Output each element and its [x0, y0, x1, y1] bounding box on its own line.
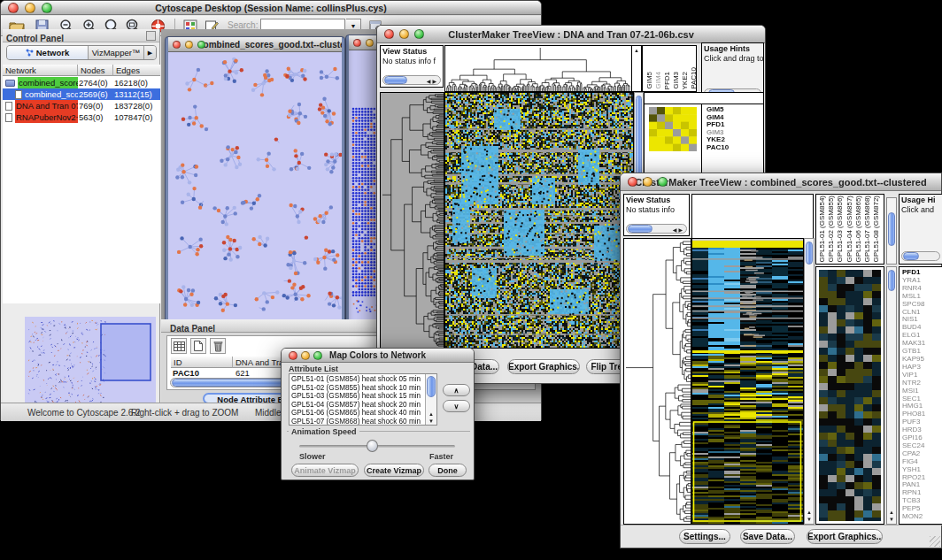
- create-vizmap-button[interactable]: Create Vizmap: [364, 464, 424, 477]
- usage-hints-scrollbar[interactable]: [901, 251, 940, 261]
- zoom-button[interactable]: [414, 29, 424, 39]
- minimize-button[interactable]: [643, 177, 652, 187]
- column-dendrogram-panel[interactable]: [444, 45, 632, 92]
- export-graphics-button[interactable]: Export Graphics...: [807, 529, 883, 544]
- zoom-heatmap-canvas[interactable]: [819, 270, 881, 521]
- column-label[interactable]: GPL51-02 (GSM855): [828, 196, 835, 263]
- column-labels-scrollbar[interactable]: [886, 197, 897, 265]
- close-button[interactable]: [8, 3, 19, 13]
- heatmap-panel[interactable]: [691, 238, 804, 525]
- move-up-button[interactable]: ∧: [443, 384, 470, 396]
- new-attribute-button[interactable]: [190, 338, 206, 354]
- tab-vizmapper[interactable]: VizMapper™: [89, 46, 143, 59]
- move-down-button[interactable]: ∨: [443, 400, 470, 412]
- row-dendrogram-canvas[interactable]: [381, 93, 444, 348]
- zoom-detail-panel[interactable]: [815, 266, 884, 525]
- speed-slider-thumb[interactable]: [367, 440, 378, 452]
- column-header-network[interactable]: Network: [3, 65, 78, 76]
- column-label[interactable]: GPL51-06 (GSM865): [855, 196, 862, 263]
- minimize-button[interactable]: [366, 39, 374, 47]
- attribute-list-scrollbar[interactable]: ▲ ▼: [425, 374, 436, 425]
- attribute-item[interactable]: GPL51-02 (GSM855) heat shock 10 min: [291, 384, 436, 393]
- column-label[interactable]: GPL51-08 (GSM872): [873, 196, 880, 263]
- delete-attribute-button[interactable]: [210, 338, 226, 354]
- close-button[interactable]: [628, 177, 637, 187]
- scroll-down-arrow[interactable]: ▼: [887, 517, 896, 522]
- save-data-button[interactable]: Save Data...: [740, 529, 795, 544]
- tab-network[interactable]: Network: [7, 46, 89, 59]
- column-label[interactable]: GPL51-03 (GSM856): [837, 196, 844, 263]
- scroll-down-arrow[interactable]: ▼: [426, 418, 436, 424]
- resize-grip[interactable]: [930, 536, 940, 547]
- network-canvas[interactable]: [168, 52, 342, 319]
- attribute-item[interactable]: GPL51-03 (GSM856) heat shock 15 min: [291, 392, 436, 401]
- row-dendrogram-panel[interactable]: [380, 92, 444, 349]
- column-label[interactable]: GPL51-07 (GSM868): [864, 196, 871, 263]
- treeview-dna-title: ClusterMaker TreeView : DNA and Tran 07-…: [448, 29, 694, 40]
- heatmap-panel[interactable]: [444, 92, 634, 349]
- network-row[interactable]: RNAPuberNov2+ 563(0) 107847(0): [3, 111, 160, 123]
- float-panel-icon[interactable]: [146, 31, 156, 41]
- minimize-button[interactable]: [301, 351, 310, 360]
- settings-button[interactable]: Settings...: [679, 529, 730, 544]
- scroll-down-arrow[interactable]: ▼: [805, 517, 814, 522]
- column-label[interactable]: GPL51-04 (GSM857): [846, 196, 853, 263]
- network-row[interactable]: combined_scores 2764(0) 16218(0): [3, 77, 160, 88]
- scroll-arrows[interactable]: ◀▶: [673, 226, 684, 233]
- column-header-nodes[interactable]: Nodes: [78, 65, 113, 76]
- scroll-up-arrow[interactable]: ▲: [887, 510, 896, 515]
- zoom-button[interactable]: [313, 351, 322, 360]
- column-header-edges[interactable]: Edges: [113, 65, 160, 76]
- heatmap-canvas[interactable]: [445, 93, 633, 348]
- treeview-combined-titlebar[interactable]: ClusterMaker TreeView : combined_scores_…: [621, 173, 941, 191]
- attribute-item[interactable]: GPL51-04 (GSM857) heat shock 20 min: [291, 401, 436, 410]
- column-labels-panel: GPL51-01 (GSM854)GPL51-02 (GSM855)GPL51-…: [815, 194, 884, 265]
- zoom-vertical-scrollbar[interactable]: ▲ ▼: [886, 266, 897, 525]
- network-edges: 107847(0): [114, 111, 160, 123]
- column-label[interactable]: GPL51-01 (GSM854): [819, 196, 826, 263]
- heatmap-vertical-scrollbar[interactable]: ▲ ▼: [804, 238, 815, 525]
- close-button[interactable]: [289, 351, 297, 360]
- zoom-button[interactable]: [658, 177, 668, 187]
- zoom-button[interactable]: [197, 41, 205, 49]
- dialog-titlebar[interactable]: Map Colors to Network: [282, 349, 474, 363]
- row-dendrogram-canvas[interactable]: [624, 239, 691, 524]
- correlation-matrix-canvas[interactable]: [649, 107, 697, 151]
- export-graphics-button[interactable]: Export Graphics...: [507, 359, 580, 374]
- scroll-up-arrow[interactable]: ▲: [632, 48, 641, 53]
- column-dendrogram-canvas[interactable]: [445, 46, 631, 91]
- attribute-item[interactable]: GPL51-01 (GSM854) heat shock 05 min: [291, 375, 436, 384]
- scroll-up-arrow[interactable]: ▲: [805, 510, 814, 515]
- gene-label[interactable]: PAC10: [706, 144, 729, 152]
- network-row-selected[interactable]: combined_sco 2569(6) 13112(15): [3, 88, 160, 100]
- minimize-button[interactable]: [25, 3, 35, 13]
- column-dendrogram-panel: [691, 194, 814, 238]
- view-status-scrollbar[interactable]: ◀▶: [626, 224, 687, 234]
- gene-label[interactable]: MON2: [902, 513, 925, 521]
- network-overview-canvas[interactable]: [25, 317, 156, 410]
- minimize-button[interactable]: [399, 29, 409, 39]
- heatmap-canvas[interactable]: [692, 239, 803, 524]
- treeview-dna-titlebar[interactable]: ClusterMaker TreeView : DNA and Tran 07-…: [377, 26, 765, 43]
- data-column-id[interactable]: ID: [171, 357, 233, 368]
- scroll-up-arrow[interactable]: ▲: [426, 411, 436, 417]
- select-attributes-button[interactable]: [171, 338, 187, 354]
- done-button[interactable]: Done: [429, 464, 467, 477]
- network-window1-titlebar[interactable]: combined_scores_good.txt--cluste...: [168, 37, 342, 52]
- close-button[interactable]: [384, 29, 394, 39]
- scroll-arrows[interactable]: ◀▶: [427, 78, 438, 84]
- attribute-listbox[interactable]: GPL51-01 (GSM854) heat shock 05 minGPL51…: [289, 373, 437, 426]
- row-dendrogram-panel[interactable]: [623, 238, 691, 525]
- tab-more-button[interactable]: ▶: [143, 46, 156, 59]
- close-button[interactable]: [353, 39, 361, 47]
- zoom-button[interactable]: [42, 3, 52, 13]
- attribute-item[interactable]: GPL51-07 (GSM868) heat shock 60 min: [291, 418, 436, 426]
- trash-icon: [213, 341, 223, 352]
- move-down-label: ∨: [454, 403, 459, 410]
- minimize-button[interactable]: [185, 41, 193, 49]
- network-row[interactable]: DNA and Tran 07 769(0) 183728(0): [3, 100, 160, 111]
- main-titlebar[interactable]: Cytoscape Desktop (Session Name: collins…: [1, 1, 541, 15]
- view-status-scrollbar[interactable]: ◀▶: [382, 75, 441, 85]
- attribute-item[interactable]: GPL51-06 (GSM865) heat shock 40 min: [291, 409, 436, 418]
- close-button[interactable]: [173, 41, 181, 49]
